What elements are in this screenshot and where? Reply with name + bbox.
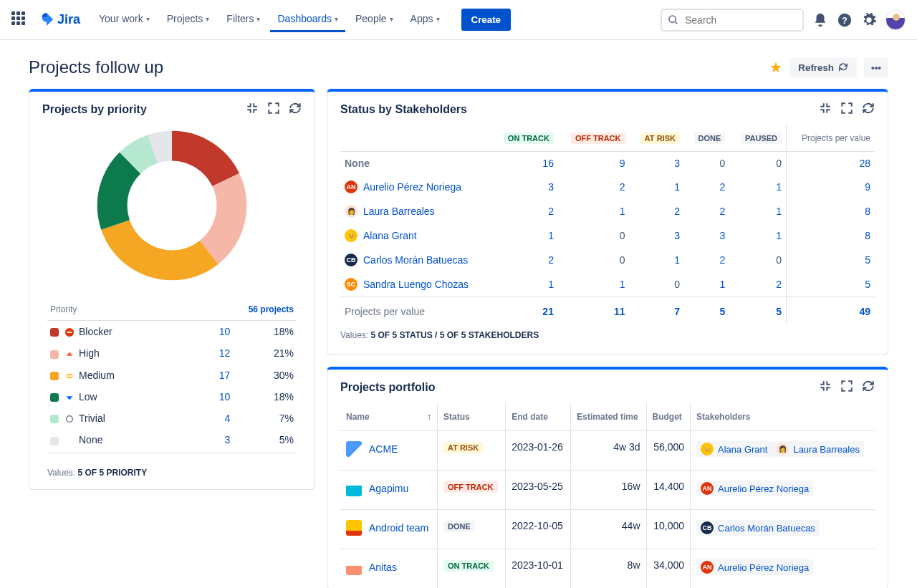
budget: 34,000 bbox=[646, 549, 691, 589]
nav-item-apps[interactable]: Apps▾ bbox=[403, 7, 447, 32]
portfolio-table: Name↑StatusEnd dateEstimated timeBudgetS… bbox=[340, 403, 875, 588]
project-name[interactable]: Anitas bbox=[369, 562, 397, 573]
priority-count[interactable]: 4 bbox=[191, 408, 233, 429]
stakeholder-chip[interactable]: ANAurelio Pérez Noriega bbox=[696, 481, 813, 496]
status-value[interactable]: 2 bbox=[684, 199, 729, 223]
nav-item-filters[interactable]: Filters▾ bbox=[219, 7, 267, 32]
status-value[interactable]: 9 bbox=[558, 152, 630, 175]
portfolio-col[interactable]: Name↑ bbox=[340, 403, 438, 431]
row-total[interactable]: 9 bbox=[786, 175, 875, 199]
refresh-widget-icon[interactable] bbox=[289, 102, 302, 117]
profile-avatar[interactable] bbox=[885, 10, 906, 30]
nav-right: ? bbox=[661, 9, 906, 32]
star-icon[interactable]: ★ bbox=[769, 59, 782, 76]
search-input[interactable] bbox=[661, 9, 804, 32]
status-value[interactable]: 1 bbox=[729, 199, 786, 223]
row-total[interactable]: 28 bbox=[786, 152, 875, 175]
row-total[interactable]: 5 bbox=[786, 248, 875, 272]
stakeholder-chip[interactable]: ANAurelio Pérez Noriega bbox=[696, 559, 813, 575]
status-value[interactable]: 1 bbox=[630, 175, 684, 199]
maximize-icon[interactable] bbox=[840, 102, 853, 117]
portfolio-col[interactable]: End date bbox=[506, 403, 571, 431]
priority-count[interactable]: 12 bbox=[191, 342, 233, 364]
help-icon[interactable]: ? bbox=[837, 12, 853, 28]
more-button[interactable]: ••• bbox=[864, 58, 888, 77]
status-value[interactable]: 1 bbox=[558, 272, 630, 297]
minimize-icon[interactable] bbox=[819, 102, 832, 117]
widget-priority-title: Projects by priority bbox=[42, 103, 147, 116]
status-value[interactable]: 2 bbox=[684, 175, 729, 199]
status-value[interactable]: 1 bbox=[684, 272, 729, 297]
maximize-icon[interactable] bbox=[267, 102, 280, 117]
status-value[interactable]: 1 bbox=[729, 223, 786, 248]
priority-trivial-icon bbox=[64, 414, 75, 424]
portfolio-col[interactable]: Budget bbox=[646, 403, 691, 431]
status-value[interactable]: 2 bbox=[630, 199, 684, 223]
project-name[interactable]: Android team bbox=[369, 522, 428, 534]
nav-item-your-work[interactable]: Your work▾ bbox=[92, 7, 157, 32]
settings-icon[interactable] bbox=[861, 12, 877, 28]
status-value[interactable]: 3 bbox=[684, 223, 729, 248]
portfolio-col[interactable]: Stakeholders bbox=[691, 403, 875, 431]
status-value[interactable]: 2 bbox=[684, 248, 729, 272]
portfolio-row: Android team DONE 2022-10-05 44w 10,000 … bbox=[340, 510, 875, 549]
avatar: AN bbox=[345, 180, 357, 193]
priority-swatch bbox=[50, 437, 59, 445]
priority-row: Trivial 4 7% bbox=[47, 408, 297, 429]
portfolio-body: ACME AT RISK 2023-01-26 4w 3d 56,000 😊Al… bbox=[340, 431, 875, 589]
create-button[interactable]: Create bbox=[461, 9, 512, 31]
page-actions: ★ Refresh ••• bbox=[769, 58, 888, 77]
status-value[interactable]: 3 bbox=[630, 223, 684, 248]
portfolio-col[interactable]: Estimated time bbox=[571, 403, 646, 431]
refresh-widget-icon[interactable] bbox=[862, 102, 875, 117]
project-name[interactable]: ACME bbox=[369, 443, 398, 455]
refresh-widget-icon[interactable] bbox=[862, 380, 875, 395]
status-value[interactable]: 2 bbox=[491, 248, 558, 272]
stakeholder-chip[interactable]: 👩Laura Barreales bbox=[772, 441, 864, 457]
row-total[interactable]: 8 bbox=[786, 199, 875, 223]
row-total[interactable]: 8 bbox=[786, 223, 875, 248]
minimize-icon[interactable] bbox=[819, 380, 832, 395]
nav-item-projects[interactable]: Projects▾ bbox=[160, 7, 217, 32]
stakeholders-cell: ANAurelio Pérez Noriega bbox=[691, 549, 875, 589]
stakeholder-chip[interactable]: CBCarlos Morán Batuecas bbox=[696, 520, 820, 536]
priority-count[interactable]: 10 bbox=[191, 321, 233, 343]
avatar: 👩 bbox=[345, 205, 357, 218]
donut-chart bbox=[29, 122, 315, 297]
portfolio-row: ACME AT RISK 2023-01-26 4w 3d 56,000 😊Al… bbox=[340, 431, 875, 471]
status-value[interactable]: 1 bbox=[491, 272, 558, 297]
right-col: Status by Stakeholders ON TRACKOFF TRACK… bbox=[327, 89, 888, 588]
estimated-time: 8w bbox=[571, 549, 646, 589]
priority-count[interactable]: 3 bbox=[191, 429, 233, 453]
project-name[interactable]: Agapimu bbox=[369, 483, 408, 494]
status-value[interactable]: 3 bbox=[491, 175, 558, 199]
stakeholder-chip[interactable]: 😊Alana Grant bbox=[696, 441, 772, 457]
status-value[interactable]: 3 bbox=[630, 152, 684, 175]
col-count[interactable]: 56 projects bbox=[191, 297, 297, 321]
left-col: Projects by priority Priority 56 project… bbox=[29, 89, 315, 588]
status-value[interactable]: 2 bbox=[729, 272, 786, 297]
svg-text:?: ? bbox=[842, 14, 848, 25]
status-value[interactable]: 1 bbox=[558, 199, 630, 223]
status-value[interactable]: 2 bbox=[491, 199, 558, 223]
status-value[interactable]: 1 bbox=[729, 175, 786, 199]
row-total[interactable]: 5 bbox=[786, 272, 875, 297]
priority-count[interactable]: 17 bbox=[191, 365, 233, 386]
status-value[interactable]: 1 bbox=[491, 223, 558, 248]
refresh-button[interactable]: Refresh bbox=[789, 58, 857, 77]
notifications-icon[interactable] bbox=[812, 12, 828, 28]
portfolio-col[interactable]: Status bbox=[438, 403, 506, 431]
priority-rows: Blocker 10 18% High 12 21% Medium 17 30%… bbox=[47, 321, 297, 453]
jira-logo[interactable]: Jira bbox=[39, 12, 80, 28]
minimize-icon[interactable] bbox=[246, 102, 259, 117]
app-switcher-icon[interactable] bbox=[11, 11, 29, 29]
status-value[interactable]: 2 bbox=[558, 175, 630, 199]
maximize-icon[interactable] bbox=[840, 380, 853, 395]
priority-count[interactable]: 10 bbox=[191, 386, 233, 408]
nav-item-people[interactable]: People▾ bbox=[348, 7, 400, 32]
project-icon bbox=[346, 559, 362, 575]
nav-item-dashboards[interactable]: Dashboards▾ bbox=[270, 7, 345, 32]
status-value[interactable]: 1 bbox=[630, 248, 684, 272]
top-nav: Jira Your work▾Projects▾Filters▾Dashboar… bbox=[0, 0, 917, 40]
status-value[interactable]: 16 bbox=[491, 152, 558, 175]
